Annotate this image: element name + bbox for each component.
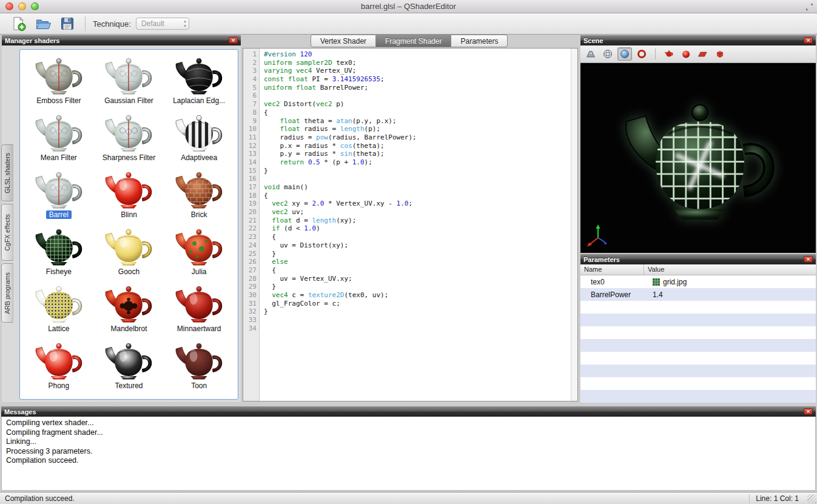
code-line[interactable]: {: [264, 233, 571, 241]
code-line[interactable]: vec2 xy = 2.0 * Vertex_UV.xy - 1.0;: [264, 200, 571, 208]
code-line[interactable]: uv = Distort(xy);: [264, 241, 571, 250]
parameter-value[interactable]: 1.4: [644, 291, 816, 299]
shader-item-blinn[interactable]: Blinn: [94, 167, 164, 224]
messages-body[interactable]: Compiling vertex shader...Compiling frag…: [1, 417, 816, 491]
code-line[interactable]: radius = pow(radius, BarrelPower);: [264, 133, 571, 142]
code-line[interactable]: p.x = radius * cos(theta);: [264, 142, 571, 150]
line-number: 14: [243, 158, 259, 167]
scene-panel-title: Scene: [583, 37, 603, 44]
code-line[interactable]: [264, 175, 571, 183]
shader-item-sharpness-filter[interactable]: Sharpness Filter: [94, 110, 164, 167]
code-line[interactable]: {: [264, 192, 571, 200]
message-line: Compilation succeed.: [6, 456, 811, 466]
code-line[interactable]: uniform sampler2D tex0;: [264, 59, 571, 67]
save-file-button[interactable]: [58, 15, 76, 32]
shader-item-toon[interactable]: Toon: [164, 338, 234, 395]
line-number: 3: [243, 67, 259, 75]
shader-item-mandelbrot[interactable]: Mandelbrot: [94, 281, 164, 338]
manager-close-button[interactable]: ✕: [229, 37, 238, 44]
code-line[interactable]: }: [264, 167, 571, 175]
tab-fragment-shader[interactable]: Fragment Shader: [376, 35, 451, 47]
parameter-row[interactable]: BarrelPower 1.4: [580, 288, 816, 301]
scene-viewport[interactable]: [580, 63, 816, 253]
primitive-teapot-button[interactable]: [662, 47, 676, 61]
wireframe-view-button[interactable]: [600, 47, 615, 61]
render-target-button[interactable]: [634, 47, 649, 61]
code-line[interactable]: }: [264, 283, 571, 291]
show-grid-button[interactable]: [583, 47, 598, 61]
code-line[interactable]: vec2 Distort(vec2 p): [264, 100, 571, 109]
line-number: 13: [243, 150, 259, 158]
fullscreen-icon[interactable]: [805, 2, 814, 12]
code-area[interactable]: #version 120uniform sampler2D tex0;varyi…: [260, 49, 571, 401]
code-line[interactable]: float d = length(xy);: [264, 217, 571, 225]
primitive-plane-button[interactable]: [696, 47, 710, 61]
code-line[interactable]: uv = Vertex_UV.xy;: [264, 275, 571, 283]
code-line[interactable]: [264, 92, 571, 100]
code-line[interactable]: else: [264, 258, 571, 266]
shader-item-textured[interactable]: Textured: [94, 338, 164, 395]
code-line[interactable]: gl_FragColor = c;: [264, 300, 571, 308]
code-line[interactable]: uniform float BarrelPower;: [264, 84, 571, 92]
primitive-cube-button[interactable]: [713, 47, 727, 61]
code-line[interactable]: return 0.5 * (p + 1.0);: [264, 158, 571, 167]
minimize-window-button[interactable]: [18, 2, 26, 10]
code-line[interactable]: void main(): [264, 183, 571, 192]
shader-item-gaussian-filter[interactable]: Gaussian Filter: [94, 53, 164, 110]
code-line[interactable]: float radius = length(p);: [264, 125, 571, 133]
parameters-close-button[interactable]: ✕: [804, 256, 813, 263]
code-line[interactable]: }: [264, 307, 571, 316]
code-line[interactable]: #version 120: [264, 50, 571, 59]
scene-close-button[interactable]: ✕: [804, 37, 813, 44]
close-window-button[interactable]: [5, 2, 13, 10]
dock-tab-glsl-shaders[interactable]: GLSL shaders: [1, 144, 13, 201]
code-line[interactable]: }: [264, 250, 571, 258]
zoom-window-button[interactable]: [31, 2, 39, 10]
code-line[interactable]: p.y = radius * sin(theta);: [264, 150, 571, 158]
shader-item-minnaertward[interactable]: Minnaertward: [164, 281, 234, 338]
dock-tab-arb-programs[interactable]: ARB programs: [1, 263, 13, 323]
shader-item-barrel[interactable]: Barrel: [24, 167, 94, 224]
parameter-row[interactable]: tex0 grid.jpg: [580, 275, 816, 288]
shader-item-mean-filter[interactable]: Mean Filter: [24, 110, 94, 167]
dock-tab-cgfx-effects[interactable]: CgFX effects: [1, 204, 13, 261]
code-line[interactable]: float theta = atan(p.y, p.x);: [264, 117, 571, 126]
parameter-value[interactable]: grid.jpg: [644, 278, 816, 286]
line-number: 10: [243, 125, 259, 133]
new-file-button[interactable]: [10, 15, 28, 32]
titlebar[interactable]: barrel.glsl – QShaderEditor: [0, 0, 817, 13]
column-header-value[interactable]: Value: [644, 264, 816, 275]
shader-item-phong[interactable]: Phong: [24, 338, 94, 395]
column-header-name[interactable]: Name: [580, 264, 644, 275]
code-line[interactable]: {: [264, 266, 571, 275]
code-line[interactable]: vec4 c = texture2D(tex0, uv);: [264, 291, 571, 300]
shader-item-gooch[interactable]: Gooch: [94, 224, 164, 281]
shader-item-brick[interactable]: Brick: [164, 167, 234, 224]
code-line[interactable]: [264, 324, 571, 333]
code-line[interactable]: [264, 316, 571, 324]
primitive-sphere-button[interactable]: [679, 47, 693, 61]
textured-view-button[interactable]: [617, 47, 632, 61]
open-file-button[interactable]: [34, 15, 52, 32]
tab-vertex-shader[interactable]: Vertex Shader: [311, 35, 376, 47]
shader-item-fisheye[interactable]: Fisheye: [24, 224, 94, 281]
tab-parameters[interactable]: Parameters: [451, 35, 508, 47]
resize-grip[interactable]: [807, 494, 816, 503]
code-line[interactable]: if (d < 1.0): [264, 224, 571, 233]
messages-close-button[interactable]: ✕: [804, 408, 813, 415]
shader-item-julia[interactable]: Julia: [164, 224, 234, 281]
shader-item-laplacian-edg[interactable]: Laplacian Edg...: [164, 53, 234, 110]
code-line[interactable]: {: [264, 109, 571, 117]
shader-item-emboss-filter[interactable]: Emboss Filter: [24, 53, 94, 110]
line-number: 12: [243, 142, 259, 150]
shader-item-adaptiveea[interactable]: Adaptiveea: [164, 110, 234, 167]
code-line[interactable]: varying vec4 Vertex_UV;: [264, 67, 571, 75]
code-editor[interactable]: 1234567891011121314151617181920212223242…: [243, 48, 578, 402]
code-line[interactable]: const float PI = 3.1415926535;: [264, 75, 571, 84]
technique-combobox[interactable]: Default ▲▼: [136, 18, 189, 30]
code-line[interactable]: vec2 uv;: [264, 208, 571, 217]
shader-item-lattice[interactable]: Lattice: [24, 281, 94, 338]
messages-panel-header: Messages ✕: [1, 406, 816, 417]
editor-scrollbar[interactable]: [571, 49, 577, 401]
dock-tab-label: CgFX effects: [4, 214, 11, 251]
